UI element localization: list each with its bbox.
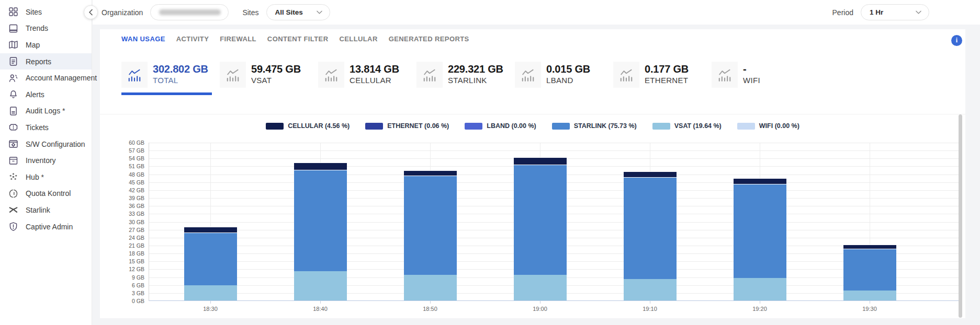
stat-card-wifi[interactable]: -WIFI xyxy=(712,62,802,95)
sidebar-item-label: Tickets xyxy=(26,123,49,132)
x-axis-label: 18:40 xyxy=(313,306,328,312)
sidebar-item-tickets[interactable]: Tickets xyxy=(0,119,92,136)
stat-chart-icon xyxy=(613,62,639,88)
x-axis-tick xyxy=(430,301,431,304)
sidebar-item-reports[interactable]: Reports xyxy=(0,53,92,70)
sidebar-item-alerts[interactable]: Alerts xyxy=(0,86,92,103)
y-axis-label: 3 GB xyxy=(106,290,144,296)
tab-content-filter[interactable]: CONTENT FILTER xyxy=(267,35,329,43)
y-axis-label: 30 GB xyxy=(106,219,144,225)
bar-segment-cellular-18-30[interactable] xyxy=(184,227,237,233)
stat-card-starlink[interactable]: 229.321 GBSTARLINK xyxy=(416,62,507,95)
stat-chart-icon xyxy=(712,62,738,88)
tab-firewall[interactable]: FIREWALL xyxy=(220,35,256,43)
reports-icon xyxy=(8,56,19,67)
period-label: Period xyxy=(832,8,853,17)
tab-wan-usage[interactable]: WAN USAGE xyxy=(121,35,165,43)
sidebar-item-label: Sites xyxy=(26,8,42,16)
bar-segment-cellular-19-10[interactable] xyxy=(624,171,677,178)
bar-segment-starlink-18-30[interactable] xyxy=(184,233,237,286)
bar-segment-cellular-19-00[interactable] xyxy=(514,157,567,165)
bar-segment-cellular-18-50[interactable] xyxy=(404,170,457,176)
usage-summary-cards: 302.802 GBTOTAL59.475 GBVSAT13.814 GBCEL… xyxy=(100,49,965,95)
bar-segment-starlink-19-10[interactable] xyxy=(624,177,677,278)
sidebar-item-label: S/W Configuration xyxy=(26,140,85,148)
y-axis-label: 42 GB xyxy=(106,187,144,193)
tab-activity[interactable]: ACTIVITY xyxy=(176,35,209,43)
bar-segment-vsat-18-50[interactable] xyxy=(404,275,457,301)
alerts-icon xyxy=(8,89,19,100)
stat-card-vsat[interactable]: 59.475 GBVSAT xyxy=(220,62,310,95)
bar-segment-starlink-19-20[interactable] xyxy=(734,184,786,278)
sidebar-item-captive-admin[interactable]: Captive Admin xyxy=(0,218,92,235)
bar-segment-vsat-18-30[interactable] xyxy=(184,285,237,301)
sidebar-item-label: Account Management xyxy=(26,74,97,82)
legend-item-wifi[interactable]: WIFI (0.00 %) xyxy=(737,122,799,130)
y-axis-label: 0 GB xyxy=(106,298,144,304)
sidebar-item-inventory[interactable]: Inventory xyxy=(0,152,92,169)
x-axis-label: 19:20 xyxy=(752,306,767,312)
info-icon[interactable]: i xyxy=(951,35,962,46)
bar-segment-starlink-18-40[interactable] xyxy=(294,170,347,272)
sidebar-item-label: Inventory xyxy=(26,156,56,165)
chevron-down-icon xyxy=(916,10,921,14)
stat-card-total[interactable]: 302.802 GBTOTAL xyxy=(121,62,212,95)
x-axis-tick xyxy=(540,301,540,304)
stat-card-ethernet[interactable]: 0.177 GBETHERNET xyxy=(613,62,704,95)
bar-segment-vsat-19-00[interactable] xyxy=(514,275,567,301)
starlink-icon xyxy=(8,204,19,215)
bar-segment-vsat-18-40[interactable] xyxy=(294,271,347,301)
sidebar-item-sites[interactable]: Sites xyxy=(0,4,92,20)
period-select[interactable]: 1 Hr xyxy=(861,4,929,20)
bar-segment-starlink-18-50[interactable] xyxy=(404,176,457,275)
legend-item-vsat[interactable]: VSAT (19.64 %) xyxy=(652,122,722,130)
y-axis-label: 15 GB xyxy=(106,258,144,264)
sidebar-item-label: Reports xyxy=(26,57,51,66)
sidebar-item-trends[interactable]: Trends xyxy=(0,20,92,37)
sidebar-item-starlink[interactable]: Starlink xyxy=(0,202,92,218)
sidebar-item-quota-kontrol[interactable]: Quota Kontrol xyxy=(0,185,92,202)
sites-select-value: All Sites xyxy=(275,8,303,16)
app-root: SitesTrendsMapReportsAccount ManagementA… xyxy=(0,0,980,325)
legend-label: CELLULAR (4.56 %) xyxy=(288,122,350,130)
sidebar: SitesTrendsMapReportsAccount ManagementA… xyxy=(0,0,92,325)
sidebar-item-account-management[interactable]: Account Management xyxy=(0,69,92,86)
sidebar-item-map[interactable]: Map xyxy=(0,37,92,53)
y-axis-line xyxy=(149,143,149,301)
y-axis-label: 54 GB xyxy=(106,155,144,161)
bar-segment-vsat-19-10[interactable] xyxy=(624,279,677,301)
reports-panel: WAN USAGEACTIVITYFIREWALLCONTENT FILTERC… xyxy=(100,29,965,318)
bar-segment-starlink-19-00[interactable] xyxy=(514,165,567,275)
x-axis-label: 19:10 xyxy=(643,306,657,312)
legend-item-starlink[interactable]: STARLINK (75.73 %) xyxy=(552,122,637,130)
stat-card-cellular[interactable]: 13.814 GBCELLULAR xyxy=(318,62,409,95)
bar-segment-cellular-18-40[interactable] xyxy=(294,162,347,170)
vertical-scrollbar[interactable] xyxy=(959,114,962,318)
sidebar-item-s-w-configuration[interactable]: S/W Configuration xyxy=(0,136,92,153)
bar-segment-cellular-19-20[interactable] xyxy=(734,178,786,184)
bar-segment-starlink-19-30[interactable] xyxy=(843,249,896,291)
sidebar-item-hub[interactable]: Hub * xyxy=(0,169,92,185)
legend-item-ethernet[interactable]: ETHERNET (0.06 %) xyxy=(365,122,449,130)
y-axis-label: 60 GB xyxy=(106,140,144,146)
x-axis-label: 18:30 xyxy=(203,306,218,312)
back-button[interactable] xyxy=(84,5,98,19)
stat-card-lband[interactable]: 0.015 GBLBAND xyxy=(515,62,605,95)
tab-cellular[interactable]: CELLULAR xyxy=(339,35,377,43)
legend-label: ETHERNET (0.06 %) xyxy=(387,122,449,130)
bar-segment-vsat-19-30[interactable] xyxy=(843,291,896,301)
stat-label: ETHERNET xyxy=(645,76,689,85)
stat-label: STARLINK xyxy=(448,76,503,85)
sidebar-item-audit-logs[interactable]: Audit Logs * xyxy=(0,103,92,120)
sites-select[interactable]: All Sites xyxy=(266,4,330,20)
legend-label: STARLINK (75.73 %) xyxy=(574,122,637,130)
legend-item-lband[interactable]: LBAND (0.00 %) xyxy=(465,122,536,130)
legend-item-cellular[interactable]: CELLULAR (4.56 %) xyxy=(266,122,350,130)
tab-generated-reports[interactable]: GENERATED REPORTS xyxy=(389,35,469,43)
organization-select[interactable] xyxy=(150,4,229,20)
stat-chart-icon xyxy=(220,62,246,88)
bar-segment-cellular-19-30[interactable] xyxy=(843,245,896,249)
sidebar-item-label: Trends xyxy=(26,24,48,32)
gridline-h xyxy=(149,143,959,143)
bar-segment-vsat-19-20[interactable] xyxy=(734,278,786,301)
